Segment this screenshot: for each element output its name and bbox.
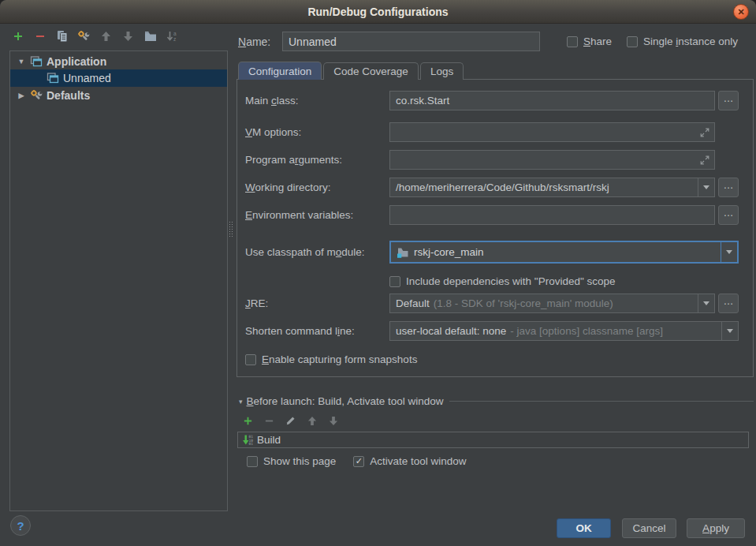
jre-combobox[interactable]: Default(1.8 - SDK of 'rskj-core_main' mo… bbox=[389, 294, 715, 313]
environment-variables-input[interactable] bbox=[389, 205, 715, 225]
edit-task-button[interactable] bbox=[284, 415, 297, 428]
wrench-gear-icon bbox=[77, 30, 91, 45]
tree-item-label: Defaults bbox=[47, 89, 90, 102]
plus-icon bbox=[243, 416, 253, 428]
before-launch-section-header[interactable]: ▾ Before launch: Build, Activate tool wi… bbox=[239, 395, 754, 407]
show-this-page-label: Show this page bbox=[263, 455, 336, 467]
share-label: Share bbox=[583, 36, 612, 47]
form-snapshots-row: Enable capturing form snapshots bbox=[245, 350, 739, 369]
tab-logs[interactable]: Logs bbox=[420, 62, 464, 80]
main-class-row: Main class: co.rsk.Start … bbox=[245, 91, 739, 110]
name-input[interactable] bbox=[282, 32, 540, 51]
jre-row: JRE: Default(1.8 - SDK of 'rskj-core_mai… bbox=[245, 294, 739, 313]
tab-configuration[interactable]: Configuration bbox=[238, 62, 322, 80]
expand-field-icon[interactable] bbox=[700, 155, 709, 167]
move-task-down-button[interactable] bbox=[326, 415, 340, 428]
before-launch-title: Before launch: Build, Activate tool wind… bbox=[247, 395, 444, 407]
include-provided-label: Include dependencies with "Provided" sco… bbox=[406, 275, 616, 287]
vm-options-label: VM options: bbox=[245, 126, 389, 138]
minus-icon bbox=[35, 31, 46, 44]
apply-button[interactable]: Apply bbox=[687, 518, 745, 538]
section-divider bbox=[449, 401, 754, 402]
collapsed-twisty-icon[interactable]: ▶ bbox=[17, 92, 26, 99]
tree-item-unnamed[interactable]: Unnamed bbox=[10, 69, 227, 87]
single-instance-checkbox[interactable] bbox=[627, 36, 638, 47]
use-classpath-row: Use classpath of module: rskj-core_main bbox=[245, 241, 739, 264]
sort-alphabetically-button[interactable]: az bbox=[166, 31, 179, 44]
shorten-command-line-row: Shorten command line: user-local default… bbox=[245, 321, 739, 341]
shorten-command-line-combobox[interactable]: user-local default: none- java [options]… bbox=[389, 321, 739, 341]
working-directory-combobox[interactable]: /home/meriherrera/Code/Github/rsksmart/r… bbox=[389, 178, 715, 197]
share-checkbox-row[interactable]: Share bbox=[567, 36, 612, 47]
arrow-down-icon bbox=[329, 416, 338, 428]
dropdown-arrow-icon[interactable] bbox=[698, 294, 714, 312]
form-snapshots-checkbox[interactable] bbox=[245, 354, 256, 365]
splitter-handle[interactable] bbox=[229, 221, 233, 237]
move-down-button[interactable] bbox=[121, 31, 135, 44]
tree-item-defaults[interactable]: ▶ Defaults bbox=[10, 87, 227, 103]
activate-tool-window-checkbox[interactable]: ✓ bbox=[353, 456, 364, 467]
single-instance-checkbox-row[interactable]: Single instance only bbox=[627, 36, 738, 47]
show-this-page-checkbox[interactable] bbox=[247, 456, 258, 467]
shorten-command-line-label: Shorten command line: bbox=[245, 325, 389, 337]
program-arguments-input[interactable] bbox=[389, 150, 715, 170]
vm-options-input[interactable] bbox=[389, 122, 715, 142]
move-up-button[interactable] bbox=[99, 31, 113, 44]
expand-field-icon[interactable] bbox=[700, 128, 709, 140]
copy-configuration-button[interactable] bbox=[55, 31, 69, 44]
form-snapshots-checkbox-row[interactable]: Enable capturing form snapshots bbox=[245, 353, 417, 365]
remove-task-button[interactable] bbox=[263, 415, 276, 428]
close-button[interactable]: ✕ bbox=[733, 4, 749, 20]
edit-defaults-button[interactable] bbox=[77, 31, 91, 44]
main-class-input[interactable]: co.rsk.Start bbox=[389, 91, 715, 110]
dropdown-arrow-icon[interactable] bbox=[721, 322, 738, 340]
include-provided-checkbox[interactable] bbox=[389, 276, 400, 287]
application-icon bbox=[47, 72, 59, 84]
pencil-icon bbox=[285, 416, 296, 428]
application-icon bbox=[30, 55, 43, 68]
environment-variables-label: Environment variables: bbox=[245, 209, 389, 221]
tab-code-coverage[interactable]: Code Coverage bbox=[323, 62, 419, 80]
use-classpath-combobox[interactable]: rskj-core_main bbox=[389, 241, 739, 264]
name-label: Name: bbox=[238, 36, 270, 48]
build-icon: 011001 bbox=[241, 434, 254, 447]
collapse-twisty-icon[interactable]: ▾ bbox=[239, 398, 243, 406]
check-icon: ✓ bbox=[356, 457, 363, 466]
working-directory-browse-button[interactable]: … bbox=[718, 178, 739, 197]
ok-button[interactable]: OK bbox=[557, 518, 611, 538]
main-class-label: Main class: bbox=[245, 95, 389, 107]
environment-variables-browse-button[interactable]: … bbox=[718, 205, 739, 225]
expanded-twisty-icon[interactable]: ▼ bbox=[17, 58, 26, 65]
before-launch-options: Show this page ✓ Activate tool window bbox=[247, 455, 467, 467]
move-task-up-button[interactable] bbox=[305, 415, 318, 428]
dropdown-arrow-icon[interactable] bbox=[721, 242, 737, 262]
tab-bar: Configuration Code Coverage Logs bbox=[238, 62, 465, 80]
svg-text:z: z bbox=[173, 36, 176, 42]
module-icon bbox=[397, 246, 409, 259]
main-class-browse-button[interactable]: … bbox=[718, 91, 739, 110]
vm-options-row: VM options: bbox=[245, 122, 739, 142]
working-directory-row: Working directory: /home/meriherrera/Cod… bbox=[245, 178, 739, 197]
help-button[interactable]: ? bbox=[10, 515, 31, 536]
apply-label: Apply bbox=[702, 522, 729, 534]
close-icon: ✕ bbox=[737, 7, 744, 17]
share-checkbox[interactable] bbox=[567, 36, 578, 47]
show-this-page-checkbox-row[interactable]: Show this page bbox=[247, 455, 336, 467]
activate-tool-window-checkbox-row[interactable]: ✓ Activate tool window bbox=[353, 455, 466, 467]
svg-text:01: 01 bbox=[249, 442, 254, 446]
svg-text:a: a bbox=[173, 31, 177, 36]
cancel-button[interactable]: Cancel bbox=[622, 518, 676, 538]
configurations-tree: ▼ Application Unnamed ▶ Defaults bbox=[9, 50, 228, 511]
jre-browse-button[interactable]: … bbox=[718, 294, 739, 313]
titlebar[interactable]: Run/Debug Configurations ✕ bbox=[0, 0, 756, 24]
remove-configuration-button[interactable] bbox=[33, 31, 47, 44]
before-launch-task-build[interactable]: 011001 Build bbox=[237, 432, 749, 448]
add-configuration-button[interactable] bbox=[11, 31, 24, 44]
tree-item-application[interactable]: ▼ Application bbox=[10, 53, 227, 69]
include-provided-checkbox-row[interactable]: Include dependencies with "Provided" sco… bbox=[389, 275, 616, 287]
program-arguments-row: Program arguments: bbox=[245, 150, 739, 170]
working-directory-label: Working directory: bbox=[245, 181, 389, 193]
dropdown-arrow-icon[interactable] bbox=[698, 178, 714, 196]
add-task-button[interactable] bbox=[241, 415, 255, 428]
new-folder-button[interactable] bbox=[143, 31, 157, 44]
